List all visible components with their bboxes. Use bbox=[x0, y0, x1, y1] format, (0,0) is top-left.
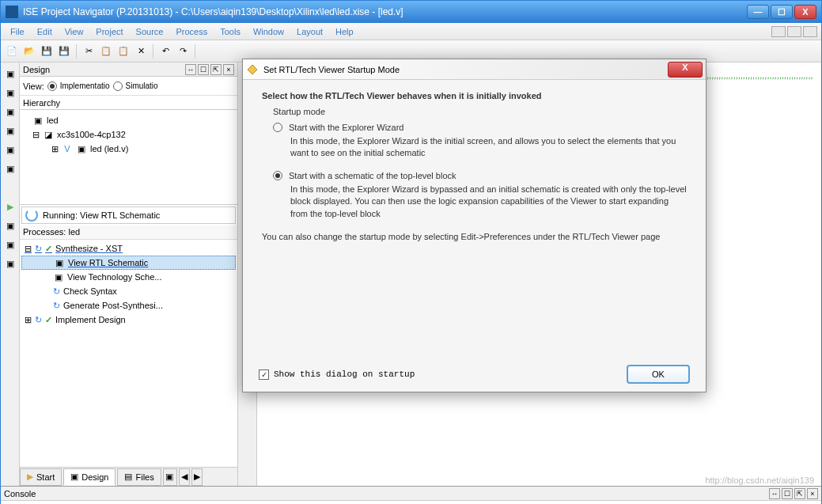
menu-source[interactable]: Source bbox=[130, 25, 170, 38]
console-nav-icon[interactable]: ↔ bbox=[769, 488, 780, 499]
console-close-icon[interactable]: × bbox=[807, 488, 818, 499]
menu-edit[interactable]: Edit bbox=[31, 25, 59, 38]
design-panel: Design ↔ ☐ ⇱ × View: Implementatio Simul… bbox=[20, 63, 238, 486]
radio-implementation[interactable] bbox=[47, 81, 57, 91]
tab-more[interactable]: ▣ bbox=[163, 468, 177, 486]
tab-scroll-left[interactable]: ◀ bbox=[179, 468, 190, 486]
undo-icon[interactable]: ↶ bbox=[157, 44, 173, 59]
tab-start[interactable]: ▶ Start bbox=[20, 468, 62, 486]
sidebar-icon-3[interactable]: ▣ bbox=[2, 104, 18, 119]
dialog-icon bbox=[246, 63, 259, 76]
tab-files[interactable]: ▤ Files bbox=[117, 468, 161, 486]
tree-chip[interactable]: ⊟ ◪ xc3s100e-4cp132 bbox=[23, 127, 234, 142]
radio-icon bbox=[273, 171, 282, 180]
app-icon bbox=[6, 6, 18, 18]
sidebar-icon-9[interactable]: ▣ bbox=[2, 256, 18, 271]
menu-tools[interactable]: Tools bbox=[214, 25, 247, 38]
close-button[interactable]: X bbox=[794, 5, 816, 19]
new-icon[interactable]: 📄 bbox=[4, 44, 20, 59]
implementation-label: Implementatio bbox=[60, 81, 110, 90]
module-icon: ▣ bbox=[76, 143, 87, 154]
sidebar-icon-4[interactable]: ▣ bbox=[2, 123, 18, 138]
save-all-icon[interactable]: 💾 bbox=[56, 44, 72, 59]
check-icon: ✓ bbox=[45, 244, 52, 254]
proc-post-synth[interactable]: ↻ Generate Post-Synthesi... bbox=[21, 298, 236, 313]
minimize-button[interactable]: — bbox=[747, 5, 769, 19]
console-pin-icon[interactable]: ⇱ bbox=[794, 488, 805, 499]
menu-window[interactable]: Window bbox=[247, 25, 290, 38]
cycle-icon: ↻ bbox=[53, 301, 60, 311]
cycle-icon: ↻ bbox=[35, 244, 42, 254]
hierarchy-label: Hierarchy bbox=[23, 98, 60, 108]
proc-view-tech[interactable]: ▣ View Technology Sche... bbox=[21, 270, 236, 284]
doc-restore-icon[interactable] bbox=[787, 26, 801, 37]
menu-layout[interactable]: Layout bbox=[290, 25, 329, 38]
save-icon[interactable]: 💾 bbox=[39, 44, 55, 59]
delete-icon[interactable]: ✕ bbox=[133, 44, 149, 59]
sidebar-icon-6[interactable]: ▣ bbox=[2, 161, 18, 176]
panel-undock-icon[interactable]: ☐ bbox=[198, 64, 209, 75]
files-icon: ▤ bbox=[124, 472, 132, 482]
sidebar-icon-1[interactable]: ▣ bbox=[2, 66, 18, 81]
sidebar-icon-7[interactable]: ▣ bbox=[2, 218, 18, 233]
panel-pin-icon[interactable]: ⇱ bbox=[210, 64, 222, 75]
doc-close-icon[interactable] bbox=[803, 26, 817, 37]
panel-nav-left-icon[interactable]: ↔ bbox=[185, 64, 196, 75]
group-label: Startup mode bbox=[273, 107, 687, 116]
paste-icon[interactable]: 📋 bbox=[116, 44, 131, 59]
tab-design[interactable]: ▣ Design bbox=[63, 468, 116, 486]
design-panel-header: Design ↔ ☐ ⇱ × bbox=[20, 63, 237, 77]
copy-icon[interactable]: 📋 bbox=[98, 44, 114, 59]
sidebar-icon-8[interactable]: ▣ bbox=[2, 237, 18, 252]
console-body[interactable]: Started : "Launching RTL Schematic Viewe… bbox=[1, 501, 821, 504]
run-icon[interactable]: ▶ bbox=[2, 199, 18, 214]
view-row: View: Implementatio Simulatio bbox=[20, 77, 237, 96]
console-undock-icon[interactable]: ☐ bbox=[782, 488, 793, 499]
show-on-startup-checkbox[interactable] bbox=[259, 369, 269, 380]
menu-help[interactable]: Help bbox=[329, 25, 360, 38]
radio-explorer-wizard[interactable]: Start with the Explorer Wizard bbox=[273, 123, 687, 132]
doc-minimize-icon[interactable] bbox=[771, 26, 786, 37]
processes-header: Processes: led bbox=[20, 225, 237, 240]
watermark: http://blog.csdn.net/aiqin139 bbox=[705, 476, 814, 485]
spinner-icon bbox=[25, 209, 38, 222]
proc-synthesize[interactable]: ⊟ ↻ ✓ Synthesize - XST bbox=[21, 241, 236, 256]
proc-view-rtl[interactable]: ▣ View RTL Schematic bbox=[21, 256, 236, 270]
sidebar-icon-2[interactable]: ▣ bbox=[2, 85, 18, 100]
menu-process[interactable]: Process bbox=[169, 25, 214, 38]
startup-mode-dialog: Set RTL/Tech Viewer Startup Mode X Selec… bbox=[242, 59, 706, 392]
radio-simulation[interactable] bbox=[113, 81, 123, 91]
redo-icon[interactable]: ↷ bbox=[175, 44, 191, 59]
proc-implement[interactable]: ⊞ ↻ ✓ Implement Design bbox=[21, 313, 236, 327]
cut-icon[interactable]: ✂ bbox=[81, 44, 97, 59]
console-header: Console ↔ ☐ ⇱ × bbox=[1, 487, 821, 501]
dialog-close-button[interactable]: X bbox=[668, 62, 703, 78]
open-icon[interactable]: 📂 bbox=[21, 44, 37, 59]
svg-marker-0 bbox=[248, 65, 257, 74]
design-tabs: ▶ Start ▣ Design ▤ Files ▣ ◀ ▶ bbox=[20, 467, 237, 486]
expand-icon[interactable]: ⊟ bbox=[25, 244, 32, 254]
tab-scroll-right[interactable]: ▶ bbox=[191, 468, 203, 486]
sidebar-icon-5[interactable]: ▣ bbox=[2, 142, 18, 157]
schematic-icon: ▣ bbox=[54, 257, 65, 268]
left-iconbar: ▣ ▣ ▣ ▣ ▣ ▣ ▶ ▣ ▣ ▣ bbox=[1, 63, 20, 486]
tree-module[interactable]: ⊞ V ▣ led (led.v) bbox=[23, 142, 234, 156]
menu-project[interactable]: Project bbox=[89, 25, 129, 38]
menu-file[interactable]: File bbox=[4, 25, 31, 38]
schematic-icon: ▣ bbox=[53, 271, 64, 282]
proc-check-syntax[interactable]: ↻ Check Syntax bbox=[21, 284, 236, 298]
menu-view[interactable]: View bbox=[59, 25, 90, 38]
expand-icon[interactable]: ⊟ bbox=[32, 130, 40, 140]
expand-icon[interactable]: ⊞ bbox=[25, 315, 32, 325]
radio-top-level[interactable]: Start with a schematic of the top-level … bbox=[273, 171, 687, 180]
simulation-label: Simulatio bbox=[126, 81, 158, 90]
cycle-icon: ↻ bbox=[35, 315, 42, 325]
verilog-icon: V bbox=[62, 143, 73, 154]
tree-project[interactable]: ▣ led bbox=[23, 113, 234, 127]
expand-icon[interactable]: ⊞ bbox=[51, 144, 59, 154]
ok-button[interactable]: OK bbox=[627, 365, 690, 384]
panel-close-icon[interactable]: × bbox=[223, 64, 234, 75]
startup-mode-group: Startup mode Start with the Explorer Wiz… bbox=[273, 107, 687, 220]
start-icon: ▶ bbox=[27, 472, 33, 482]
maximize-button[interactable]: ☐ bbox=[771, 5, 793, 19]
